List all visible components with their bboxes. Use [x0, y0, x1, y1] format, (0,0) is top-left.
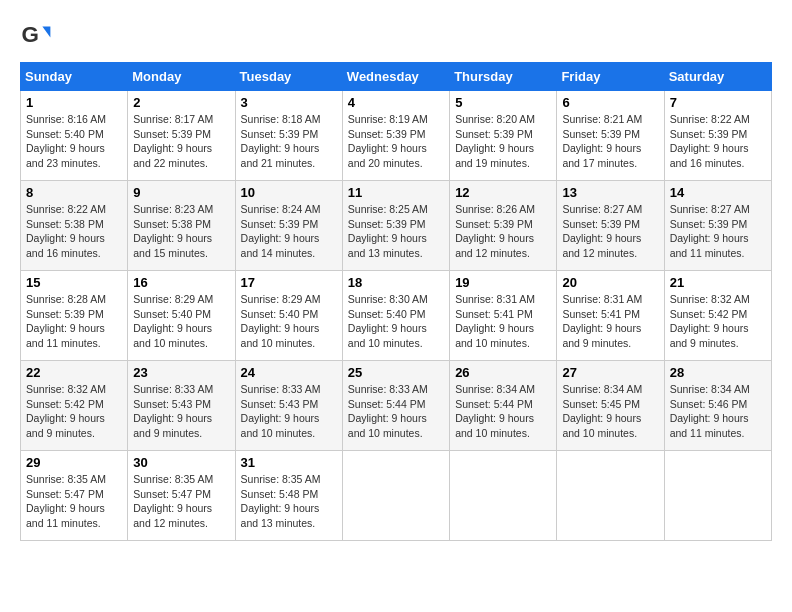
calendar-cell: 2 Sunrise: 8:17 AMSunset: 5:39 PMDayligh… — [128, 91, 235, 181]
calendar-cell: 7 Sunrise: 8:22 AMSunset: 5:39 PMDayligh… — [664, 91, 771, 181]
cell-info: Sunrise: 8:28 AMSunset: 5:39 PMDaylight:… — [26, 293, 106, 349]
cell-info: Sunrise: 8:30 AMSunset: 5:40 PMDaylight:… — [348, 293, 428, 349]
calendar-cell — [450, 451, 557, 541]
svg-marker-1 — [42, 26, 50, 37]
cell-info: Sunrise: 8:33 AMSunset: 5:44 PMDaylight:… — [348, 383, 428, 439]
cell-info: Sunrise: 8:34 AMSunset: 5:45 PMDaylight:… — [562, 383, 642, 439]
calendar-cell: 9 Sunrise: 8:23 AMSunset: 5:38 PMDayligh… — [128, 181, 235, 271]
weekday-header-wednesday: Wednesday — [342, 63, 449, 91]
calendar-cell: 27 Sunrise: 8:34 AMSunset: 5:45 PMDaylig… — [557, 361, 664, 451]
calendar-cell: 19 Sunrise: 8:31 AMSunset: 5:41 PMDaylig… — [450, 271, 557, 361]
calendar-week-row: 22 Sunrise: 8:32 AMSunset: 5:42 PMDaylig… — [21, 361, 772, 451]
day-number: 16 — [133, 275, 229, 290]
weekday-header-monday: Monday — [128, 63, 235, 91]
calendar-cell: 25 Sunrise: 8:33 AMSunset: 5:44 PMDaylig… — [342, 361, 449, 451]
cell-info: Sunrise: 8:31 AMSunset: 5:41 PMDaylight:… — [562, 293, 642, 349]
weekday-header-thursday: Thursday — [450, 63, 557, 91]
cell-info: Sunrise: 8:20 AMSunset: 5:39 PMDaylight:… — [455, 113, 535, 169]
calendar-cell: 15 Sunrise: 8:28 AMSunset: 5:39 PMDaylig… — [21, 271, 128, 361]
calendar-cell: 12 Sunrise: 8:26 AMSunset: 5:39 PMDaylig… — [450, 181, 557, 271]
cell-info: Sunrise: 8:17 AMSunset: 5:39 PMDaylight:… — [133, 113, 213, 169]
day-number: 17 — [241, 275, 337, 290]
day-number: 14 — [670, 185, 766, 200]
day-number: 18 — [348, 275, 444, 290]
calendar-cell: 30 Sunrise: 8:35 AMSunset: 5:47 PMDaylig… — [128, 451, 235, 541]
cell-info: Sunrise: 8:27 AMSunset: 5:39 PMDaylight:… — [670, 203, 750, 259]
cell-info: Sunrise: 8:35 AMSunset: 5:48 PMDaylight:… — [241, 473, 321, 529]
logo-icon: G — [20, 20, 52, 52]
header: G — [20, 20, 772, 52]
day-number: 5 — [455, 95, 551, 110]
calendar-cell — [342, 451, 449, 541]
calendar-cell: 23 Sunrise: 8:33 AMSunset: 5:43 PMDaylig… — [128, 361, 235, 451]
cell-info: Sunrise: 8:24 AMSunset: 5:39 PMDaylight:… — [241, 203, 321, 259]
cell-info: Sunrise: 8:35 AMSunset: 5:47 PMDaylight:… — [133, 473, 213, 529]
weekday-header-friday: Friday — [557, 63, 664, 91]
calendar-cell: 10 Sunrise: 8:24 AMSunset: 5:39 PMDaylig… — [235, 181, 342, 271]
day-number: 19 — [455, 275, 551, 290]
cell-info: Sunrise: 8:33 AMSunset: 5:43 PMDaylight:… — [133, 383, 213, 439]
logo: G — [20, 20, 56, 52]
cell-info: Sunrise: 8:18 AMSunset: 5:39 PMDaylight:… — [241, 113, 321, 169]
cell-info: Sunrise: 8:32 AMSunset: 5:42 PMDaylight:… — [26, 383, 106, 439]
calendar-cell: 29 Sunrise: 8:35 AMSunset: 5:47 PMDaylig… — [21, 451, 128, 541]
cell-info: Sunrise: 8:35 AMSunset: 5:47 PMDaylight:… — [26, 473, 106, 529]
day-number: 29 — [26, 455, 122, 470]
calendar-cell: 16 Sunrise: 8:29 AMSunset: 5:40 PMDaylig… — [128, 271, 235, 361]
day-number: 2 — [133, 95, 229, 110]
cell-info: Sunrise: 8:29 AMSunset: 5:40 PMDaylight:… — [241, 293, 321, 349]
day-number: 31 — [241, 455, 337, 470]
day-number: 7 — [670, 95, 766, 110]
calendar-cell: 13 Sunrise: 8:27 AMSunset: 5:39 PMDaylig… — [557, 181, 664, 271]
calendar-cell: 31 Sunrise: 8:35 AMSunset: 5:48 PMDaylig… — [235, 451, 342, 541]
day-number: 25 — [348, 365, 444, 380]
calendar-cell: 22 Sunrise: 8:32 AMSunset: 5:42 PMDaylig… — [21, 361, 128, 451]
calendar-cell: 6 Sunrise: 8:21 AMSunset: 5:39 PMDayligh… — [557, 91, 664, 181]
cell-info: Sunrise: 8:16 AMSunset: 5:40 PMDaylight:… — [26, 113, 106, 169]
day-number: 4 — [348, 95, 444, 110]
calendar-cell: 24 Sunrise: 8:33 AMSunset: 5:43 PMDaylig… — [235, 361, 342, 451]
day-number: 23 — [133, 365, 229, 380]
weekday-header-sunday: Sunday — [21, 63, 128, 91]
calendar-week-row: 8 Sunrise: 8:22 AMSunset: 5:38 PMDayligh… — [21, 181, 772, 271]
cell-info: Sunrise: 8:19 AMSunset: 5:39 PMDaylight:… — [348, 113, 428, 169]
calendar-cell: 4 Sunrise: 8:19 AMSunset: 5:39 PMDayligh… — [342, 91, 449, 181]
day-number: 21 — [670, 275, 766, 290]
calendar-cell: 28 Sunrise: 8:34 AMSunset: 5:46 PMDaylig… — [664, 361, 771, 451]
cell-info: Sunrise: 8:29 AMSunset: 5:40 PMDaylight:… — [133, 293, 213, 349]
calendar-cell: 20 Sunrise: 8:31 AMSunset: 5:41 PMDaylig… — [557, 271, 664, 361]
calendar-table: SundayMondayTuesdayWednesdayThursdayFrid… — [20, 62, 772, 541]
day-number: 27 — [562, 365, 658, 380]
cell-info: Sunrise: 8:26 AMSunset: 5:39 PMDaylight:… — [455, 203, 535, 259]
day-number: 3 — [241, 95, 337, 110]
calendar-week-row: 15 Sunrise: 8:28 AMSunset: 5:39 PMDaylig… — [21, 271, 772, 361]
day-number: 9 — [133, 185, 229, 200]
cell-info: Sunrise: 8:33 AMSunset: 5:43 PMDaylight:… — [241, 383, 321, 439]
day-number: 26 — [455, 365, 551, 380]
day-number: 22 — [26, 365, 122, 380]
calendar-cell: 18 Sunrise: 8:30 AMSunset: 5:40 PMDaylig… — [342, 271, 449, 361]
calendar-cell — [557, 451, 664, 541]
calendar-cell: 17 Sunrise: 8:29 AMSunset: 5:40 PMDaylig… — [235, 271, 342, 361]
day-number: 13 — [562, 185, 658, 200]
svg-text:G: G — [22, 22, 39, 47]
calendar-cell: 1 Sunrise: 8:16 AMSunset: 5:40 PMDayligh… — [21, 91, 128, 181]
cell-info: Sunrise: 8:27 AMSunset: 5:39 PMDaylight:… — [562, 203, 642, 259]
cell-info: Sunrise: 8:31 AMSunset: 5:41 PMDaylight:… — [455, 293, 535, 349]
cell-info: Sunrise: 8:34 AMSunset: 5:44 PMDaylight:… — [455, 383, 535, 439]
cell-info: Sunrise: 8:22 AMSunset: 5:38 PMDaylight:… — [26, 203, 106, 259]
weekday-header-saturday: Saturday — [664, 63, 771, 91]
day-number: 28 — [670, 365, 766, 380]
cell-info: Sunrise: 8:22 AMSunset: 5:39 PMDaylight:… — [670, 113, 750, 169]
calendar-week-row: 1 Sunrise: 8:16 AMSunset: 5:40 PMDayligh… — [21, 91, 772, 181]
day-number: 15 — [26, 275, 122, 290]
cell-info: Sunrise: 8:23 AMSunset: 5:38 PMDaylight:… — [133, 203, 213, 259]
day-number: 30 — [133, 455, 229, 470]
calendar-cell: 11 Sunrise: 8:25 AMSunset: 5:39 PMDaylig… — [342, 181, 449, 271]
day-number: 11 — [348, 185, 444, 200]
weekday-header-tuesday: Tuesday — [235, 63, 342, 91]
day-number: 1 — [26, 95, 122, 110]
cell-info: Sunrise: 8:21 AMSunset: 5:39 PMDaylight:… — [562, 113, 642, 169]
cell-info: Sunrise: 8:34 AMSunset: 5:46 PMDaylight:… — [670, 383, 750, 439]
day-number: 10 — [241, 185, 337, 200]
